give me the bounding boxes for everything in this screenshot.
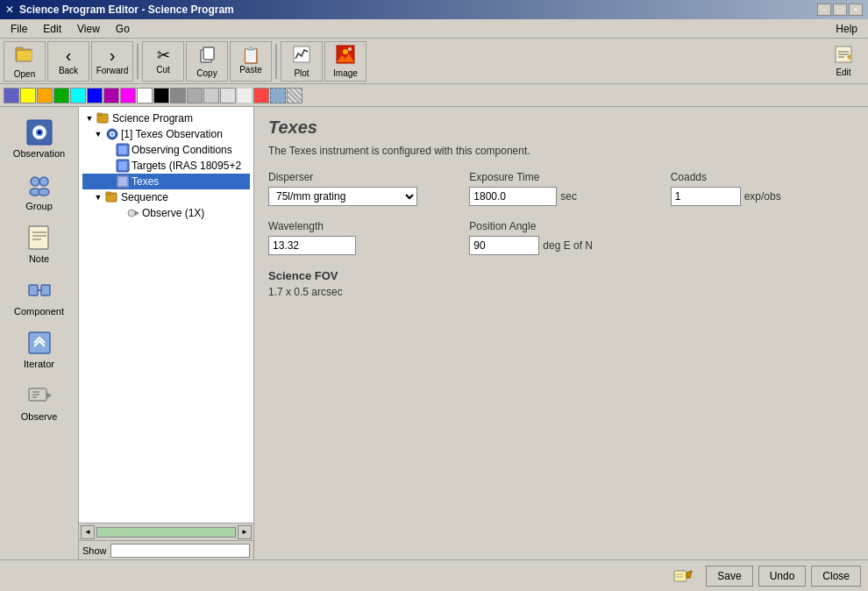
tree-toggle-targets [103,160,114,171]
palette-color-red[interactable] [253,88,269,103]
menu-view[interactable]: View [70,21,107,37]
paste-icon: 📋 [241,47,260,63]
tree-item-observe-1x[interactable]: Observe (1X) [82,205,250,221]
editor-description: The Texes instrument is configured with … [268,145,854,157]
maximize-button[interactable]: □ [833,4,847,16]
tree-content[interactable]: ▼ Science Program ▼ [79,107,253,523]
svg-rect-42 [118,146,127,154]
palette-color-purple[interactable] [103,88,119,103]
palette-color-gray3[interactable] [203,88,219,103]
title-text: Science Program Editor - Science Program [19,4,234,16]
coadds-input[interactable] [671,187,741,206]
palette-color-magenta[interactable] [120,88,136,103]
back-icon: ‹ [66,46,72,64]
form-group-disperser: Disperser 75l/mm grating 150l/mm grating… [268,171,452,206]
tree-scroll-right[interactable]: ► [238,525,252,539]
forward-button[interactable]: › Forward [91,41,133,82]
palette-color-yellow[interactable] [20,88,36,103]
coadds-label: Coadds [671,171,854,183]
back-button[interactable]: ‹ Back [47,41,89,82]
wavelength-input[interactable] [268,236,356,255]
svg-marker-50 [135,210,139,216]
svg-point-49 [128,210,135,217]
tree-item-science-program[interactable]: ▼ Science Program [82,110,250,126]
tree-scrollbar[interactable]: ◄ ► [79,523,253,540]
save-button[interactable]: Save [706,566,752,587]
sidebar-item-component[interactable]: Component [4,272,75,321]
cut-icon: ✂ [157,47,170,63]
tree-label-texes-obs: [1] Texes Observation [121,128,223,140]
palette-color-white[interactable] [137,88,153,103]
tree-item-sequence[interactable]: ▼ Sequence [82,189,250,205]
iterator-label: Iterator [24,359,54,369]
palette-color-cyan[interactable] [70,88,86,103]
menu-help[interactable]: Help [829,21,864,37]
plot-button[interactable]: Plot [281,41,323,82]
exposure-time-label: Exposure Time [469,171,652,183]
paste-button[interactable]: 📋 Paste [230,41,272,82]
form-group-position-angle: Position Angle deg E of N [469,220,652,255]
menu-file[interactable]: File [4,21,34,37]
undo-button[interactable]: Undo [758,566,807,587]
sidebar-item-iterator[interactable]: Iterator [4,324,75,374]
palette-color-darkblue[interactable] [87,88,103,103]
open-button[interactable]: Open [4,41,46,82]
tree-scroll-left[interactable]: ◄ [81,525,95,539]
coadds-row: exp/obs [671,187,854,206]
svg-rect-51 [674,571,687,581]
tree-item-observing-cond[interactable]: Observing Conditions [82,142,250,158]
tree-toggle-science-program[interactable]: ▼ [84,113,95,124]
sidebar-item-observe[interactable]: Observe [4,377,75,426]
disperser-select[interactable]: 75l/mm grating 150l/mm grating 32l/mm gr… [268,187,417,206]
science-fov-value: 1.7 x 0.5 arcsec [268,286,854,298]
minimize-button[interactable]: − [817,4,831,16]
tree-toggle-texes-obs[interactable]: ▼ [93,129,103,139]
copy-button[interactable]: Copy [186,41,228,82]
palette-color-gray4[interactable] [220,88,236,103]
palette-color-pattern1[interactable] [270,88,286,103]
svg-point-7 [343,49,348,54]
iterator-icon [25,329,53,357]
palette-color-gray1[interactable] [170,88,186,103]
palette-color-gray5[interactable] [237,88,253,103]
tree-toggle-sequence[interactable]: ▼ [93,192,103,203]
image-button[interactable]: Image [324,41,366,82]
tree-item-texes[interactable]: Texes [82,174,250,189]
open-label: Open [14,69,35,79]
form-group-wavelength: Wavelength [268,220,452,255]
palette-color-green[interactable] [53,88,69,103]
tree-show-input[interactable] [110,544,250,558]
cut-button[interactable]: ✂ Cut [142,41,184,82]
palette-color-orange[interactable] [37,88,53,103]
form-group-exposure-time: Exposure Time sec [469,171,652,206]
open-icon [14,44,35,68]
close-button[interactable]: Close [811,566,861,587]
menu-edit[interactable]: Edit [36,21,68,37]
palette-color-gray2[interactable] [187,88,203,103]
sidebar: Observation Group [0,107,79,559]
palette-color-black[interactable] [153,88,169,103]
position-angle-input[interactable] [469,236,539,255]
menu-go[interactable]: Go [109,21,137,37]
form-grid-row1: Disperser 75l/mm grating 150l/mm grating… [268,171,854,206]
component-icon [25,276,53,304]
tree-icon-texes-obs [105,127,119,141]
back-label: Back [59,66,78,75]
tree-icon-science-program [96,111,110,125]
palette-bar [0,84,868,107]
palette-color-blue[interactable] [4,88,19,103]
palette-color-pattern2[interactable] [287,88,302,103]
sidebar-item-observation[interactable]: Observation [4,114,75,163]
editor-panel: Texes The Texes instrument is configured… [254,107,868,559]
sidebar-item-note[interactable]: Note [4,219,75,268]
svg-rect-1 [16,47,23,51]
exposure-time-input[interactable] [469,187,557,206]
exposure-time-row: sec [469,187,652,206]
tree-scroll-track[interactable] [96,527,236,538]
tree-item-texes-obs[interactable]: ▼ [1] Texes Observation [82,126,250,142]
tree-label-targets: Targets (IRAS 18095+2 [132,160,241,172]
edit-button[interactable]: Edit [822,41,864,82]
tree-item-targets[interactable]: Targets (IRAS 18095+2 [82,158,250,174]
sidebar-item-group[interactable]: Group [4,167,75,216]
close-window-button[interactable]: × [849,4,863,16]
